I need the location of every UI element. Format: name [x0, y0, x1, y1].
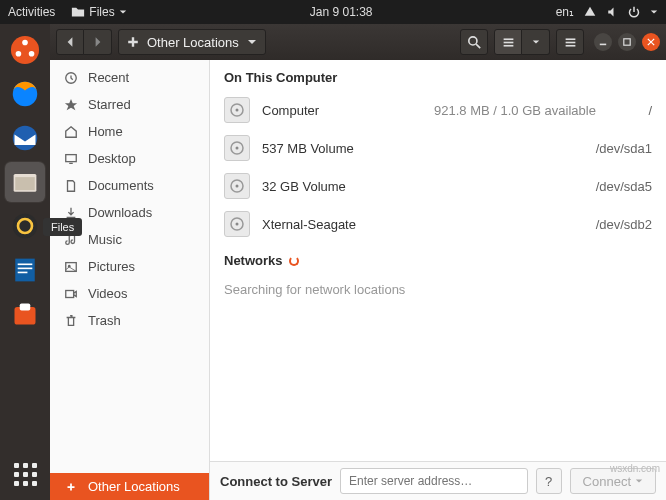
svg-rect-26	[66, 154, 77, 161]
svg-point-35	[236, 185, 239, 188]
sidebar-home[interactable]: Home	[50, 118, 209, 145]
back-button[interactable]	[56, 29, 84, 55]
svg-rect-29	[66, 290, 74, 297]
harddisk-icon	[224, 97, 250, 123]
drive-row[interactable]: 32 GB Volume /dev/sda5	[210, 167, 666, 205]
power-icon[interactable]	[628, 6, 640, 18]
svg-rect-12	[18, 268, 33, 270]
dock-tooltip: Files	[43, 218, 82, 236]
panel-clock[interactable]: Jan 9 01:38	[127, 5, 556, 19]
drive-mount: /dev/sdb2	[596, 217, 652, 232]
svg-rect-10	[15, 259, 35, 282]
svg-rect-18	[503, 41, 513, 43]
plus-icon	[127, 36, 139, 48]
section-on-this-computer: On This Computer	[210, 60, 666, 91]
spinner-icon	[289, 256, 299, 266]
drive-mount: /	[648, 103, 652, 118]
folder-icon	[71, 5, 85, 19]
svg-rect-20	[565, 38, 575, 40]
network-status: Searching for network locations	[210, 274, 666, 305]
svg-point-2	[16, 51, 22, 57]
harddisk-icon	[224, 135, 250, 161]
window-minimize[interactable]	[594, 33, 612, 51]
svg-point-37	[236, 223, 239, 226]
svg-point-31	[236, 109, 239, 112]
svg-rect-24	[624, 39, 630, 45]
app-menu-label: Files	[89, 5, 114, 19]
input-source-indicator[interactable]: en₁	[556, 5, 574, 19]
svg-rect-19	[503, 44, 513, 46]
svg-point-3	[29, 51, 35, 57]
connect-label: Connect to Server	[220, 474, 332, 489]
svg-rect-13	[18, 272, 28, 274]
drive-row[interactable]: 537 MB Volume /dev/sda1	[210, 129, 666, 167]
launcher-ubuntu[interactable]	[5, 30, 45, 70]
sidebar-pictures[interactable]: Pictures	[50, 253, 209, 280]
chevron-down-icon[interactable]	[650, 8, 658, 16]
location-label: Other Locations	[147, 35, 239, 50]
svg-rect-21	[565, 41, 575, 43]
drive-name: Computer	[262, 103, 422, 118]
ubuntu-dock	[0, 24, 50, 500]
app-menu[interactable]: Files	[71, 5, 126, 19]
svg-point-8	[13, 214, 38, 239]
launcher-thunderbird[interactable]	[5, 118, 45, 158]
hamburger-menu[interactable]	[556, 29, 584, 55]
harddisk-icon	[224, 173, 250, 199]
sidebar-recent[interactable]: Recent	[50, 64, 209, 91]
sidebar-videos[interactable]: Videos	[50, 280, 209, 307]
files-window: Other Locations Recent Starred Home Desk…	[50, 24, 666, 500]
forward-button[interactable]	[84, 29, 112, 55]
view-dropdown-button[interactable]	[522, 29, 550, 55]
launcher-files[interactable]	[5, 162, 45, 202]
sidebar-trash[interactable]: Trash	[50, 307, 209, 334]
svg-rect-23	[600, 44, 606, 46]
drive-mount: /dev/sda1	[596, 141, 652, 156]
svg-point-1	[22, 40, 28, 46]
svg-rect-11	[18, 264, 33, 266]
watermark: wsxdn.com	[610, 463, 660, 474]
places-sidebar: Recent Starred Home Desktop Documents Do…	[50, 60, 210, 500]
connect-to-server-bar: Connect to Server ? Connect	[210, 461, 666, 500]
drive-name: 32 GB Volume	[262, 179, 422, 194]
content-view: On This Computer Computer 921.8 MB / 1.0…	[210, 60, 666, 500]
chevron-down-icon	[247, 37, 257, 47]
launcher-software[interactable]	[5, 294, 45, 334]
drive-row[interactable]: Xternal-Seagate /dev/sdb2	[210, 205, 666, 243]
sidebar-documents[interactable]: Documents	[50, 172, 209, 199]
headerbar: Other Locations	[50, 24, 666, 60]
chevron-down-icon	[119, 8, 127, 16]
server-address-input[interactable]	[340, 468, 528, 494]
sidebar-other-locations[interactable]: Other Locations	[50, 473, 209, 500]
search-button[interactable]	[460, 29, 488, 55]
section-networks: Networks	[210, 243, 666, 274]
svg-rect-17	[503, 38, 513, 40]
svg-rect-22	[565, 44, 575, 46]
window-close[interactable]	[642, 33, 660, 51]
drive-name: 537 MB Volume	[262, 141, 422, 156]
drive-row[interactable]: Computer 921.8 MB / 1.0 GB available /	[210, 91, 666, 129]
launcher-libreoffice[interactable]	[5, 250, 45, 290]
network-icon[interactable]	[584, 6, 596, 18]
svg-rect-7	[15, 177, 35, 190]
sidebar-starred[interactable]: Starred	[50, 91, 209, 118]
path-bar[interactable]: Other Locations	[118, 29, 266, 55]
show-applications[interactable]	[5, 454, 45, 494]
activities-button[interactable]: Activities	[8, 5, 55, 19]
drive-name: Xternal-Seagate	[262, 217, 422, 232]
gnome-top-panel: Activities Files Jan 9 01:38 en₁	[0, 0, 666, 24]
drive-size: 921.8 MB / 1.0 GB available	[434, 103, 636, 118]
view-list-button[interactable]	[494, 29, 522, 55]
svg-point-33	[236, 147, 239, 150]
svg-rect-15	[20, 304, 31, 311]
help-button[interactable]: ?	[536, 468, 562, 494]
launcher-firefox[interactable]	[5, 74, 45, 114]
launcher-rhythmbox[interactable]	[5, 206, 45, 246]
harddisk-icon	[224, 211, 250, 237]
volume-icon[interactable]	[606, 6, 618, 18]
window-maximize[interactable]	[618, 33, 636, 51]
chevron-down-icon	[635, 477, 643, 485]
svg-point-16	[468, 36, 476, 44]
drive-mount: /dev/sda5	[596, 179, 652, 194]
sidebar-desktop[interactable]: Desktop	[50, 145, 209, 172]
